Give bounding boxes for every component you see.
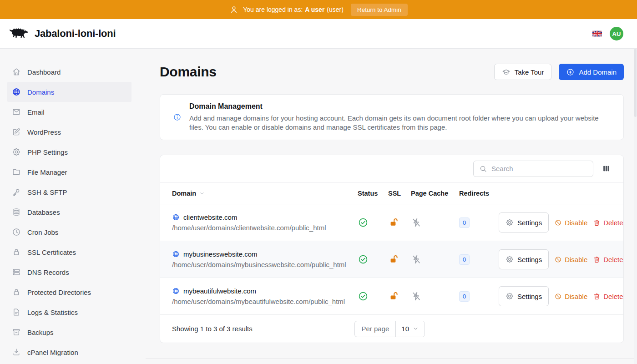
domain-path: /home/user/domains/mybeautifulwebsite.co… [172, 298, 358, 305]
sidebar-item-databases[interactable]: Databases [7, 202, 131, 222]
delete-label: Delete [603, 219, 623, 227]
sidebar-item-file-manager[interactable]: File Manager [7, 162, 131, 182]
redirects-count-badge: 0 [459, 254, 470, 265]
no-symbol-icon [554, 256, 562, 263]
per-page-control: Per page 10 [354, 321, 425, 337]
domain-path: /home/user/domains/mybusinesswebsite.com… [172, 261, 358, 268]
sidebar-item-label: Protected Directories [27, 288, 91, 296]
sidebar-item-dns-records[interactable]: DNS Records [7, 262, 131, 282]
domain-column-header[interactable]: Domain [172, 190, 358, 197]
settings-button[interactable]: Settings [499, 286, 549, 306]
info-box-body: Add and manage domains for your hosting … [189, 114, 601, 132]
globe-icon [172, 213, 180, 221]
home-icon [12, 67, 21, 76]
delete-button[interactable]: Delete [593, 256, 623, 263]
sidebar-item-email[interactable]: Email [7, 102, 131, 122]
archive-box-icon [12, 328, 21, 337]
sidebar-item-wordpress[interactable]: WordPress [7, 122, 131, 142]
boar-logo-icon [7, 25, 30, 42]
sidebar-item-label: PHP Settings [27, 148, 68, 156]
disable-label: Disable [565, 256, 587, 263]
message-prefix: You are logged in as: [243, 6, 303, 13]
globe-icon [172, 250, 180, 258]
sidebar-item-label: cPanel Migration [27, 349, 78, 356]
sidebar-item-protected-directories[interactable]: Protected Directories [7, 282, 131, 302]
status-enabled-icon [358, 217, 369, 228]
ssl-unlocked-icon[interactable] [388, 217, 399, 228]
disable-label: Disable [565, 293, 587, 300]
table-header-row: Domain Status SSL Page Cache Redirects [160, 182, 623, 204]
columns-toggle-button[interactable] [601, 163, 612, 174]
impersonated-user-role: (user) [327, 6, 344, 13]
add-domain-button[interactable]: Add Domain [559, 64, 624, 80]
settings-button[interactable]: Settings [499, 249, 549, 269]
mail-icon [12, 107, 21, 116]
delete-label: Delete [603, 256, 623, 263]
page-cache-off-icon[interactable] [411, 217, 422, 228]
domain-cell: clientwebsite.com /home/user/domains/cli… [172, 213, 358, 232]
sidebar-item-ssl-certificates[interactable]: SSL Certificates [7, 242, 131, 262]
domains-table-card: Domain Status SSL Page Cache Redirects c… [160, 155, 624, 343]
settings-label: Settings [517, 219, 542, 227]
folder-icon [12, 167, 21, 177]
database-icon [12, 207, 21, 217]
sidebar-item-label: SSL Certificates [27, 248, 76, 256]
sidebar-item-label: Databases [27, 208, 60, 216]
trash-icon [593, 219, 601, 227]
ssl-unlocked-icon[interactable] [388, 254, 399, 265]
sidebar-item-label: File Manager [27, 168, 67, 176]
settings-button[interactable]: Settings [499, 212, 549, 233]
sidebar-item-cpanel-migration[interactable]: cPanel Migration [7, 342, 131, 362]
sidebar-item-label: SSH & SFTP [27, 188, 67, 196]
table-footer: Showing 1 to 3 of 3 results Per page 10 [160, 315, 623, 343]
key-icon [12, 187, 21, 197]
page-cache-off-icon[interactable] [411, 254, 422, 265]
lock-icon [12, 248, 21, 257]
delete-button[interactable]: Delete [593, 219, 623, 227]
page-cache-column-header: Page Cache [411, 190, 459, 197]
impersonation-banner: You are logged in as: A user (user) Retu… [0, 0, 637, 19]
brand-name: Jabaloni-loni-loni [35, 28, 116, 40]
return-to-admin-button[interactable]: Return to Admin [351, 4, 408, 16]
disable-button[interactable]: Disable [554, 293, 587, 300]
globe-icon [172, 287, 180, 295]
clock-icon [12, 228, 21, 237]
settings-label: Settings [517, 293, 542, 300]
search-box [473, 161, 593, 177]
disable-button[interactable]: Disable [554, 256, 587, 263]
sidebar-item-label: DNS Records [27, 268, 69, 276]
per-page-value: 10 [401, 325, 409, 333]
sidebar-item-logs-statistics[interactable]: Logs & Statistics [7, 302, 131, 322]
page-cache-off-icon[interactable] [411, 291, 422, 302]
redirects-column-header: Redirects [459, 190, 499, 197]
settings-label: Settings [517, 256, 542, 263]
lock-icon [12, 288, 21, 297]
domain-name: mybeautifulwebsite.com [183, 287, 256, 295]
no-symbol-icon [554, 219, 562, 227]
impersonated-user-name: A user [305, 6, 324, 13]
sidebar-item-domains[interactable]: Domains [7, 82, 131, 102]
sidebar-item-php-settings[interactable]: PHP Settings [7, 142, 131, 162]
user-avatar[interactable]: AU [610, 27, 623, 40]
ssl-unlocked-icon[interactable] [388, 291, 399, 302]
take-tour-button[interactable]: Take Tour [494, 64, 552, 80]
table-row: clientwebsite.com /home/user/domains/cli… [160, 204, 623, 241]
gear-icon [506, 255, 514, 263]
brand: Jabaloni-loni-loni [7, 25, 116, 42]
trash-icon [593, 293, 601, 300]
per-page-label: Per page [355, 321, 395, 337]
per-page-select[interactable]: 10 [395, 321, 425, 337]
domain-management-info-box: Domain Management Add and manage domains… [160, 94, 624, 140]
search-input[interactable] [491, 165, 587, 172]
uk-flag-icon[interactable] [592, 30, 602, 37]
disable-button[interactable]: Disable [554, 219, 587, 227]
scrollbar-thumb[interactable] [634, 49, 637, 117]
sidebar-item-dashboard[interactable]: Dashboard [7, 62, 131, 82]
redirects-count-badge: 0 [459, 217, 470, 228]
domain-cell: mybeautifulwebsite.com /home/user/domain… [172, 287, 358, 305]
page-scrollbar[interactable] [634, 49, 637, 364]
sidebar-item-ssh-sftp[interactable]: SSH & SFTP [7, 182, 131, 202]
sidebar-item-backups[interactable]: Backups [7, 322, 131, 342]
sidebar-item-cron-jobs[interactable]: Cron Jobs [7, 222, 131, 242]
delete-button[interactable]: Delete [593, 293, 623, 300]
